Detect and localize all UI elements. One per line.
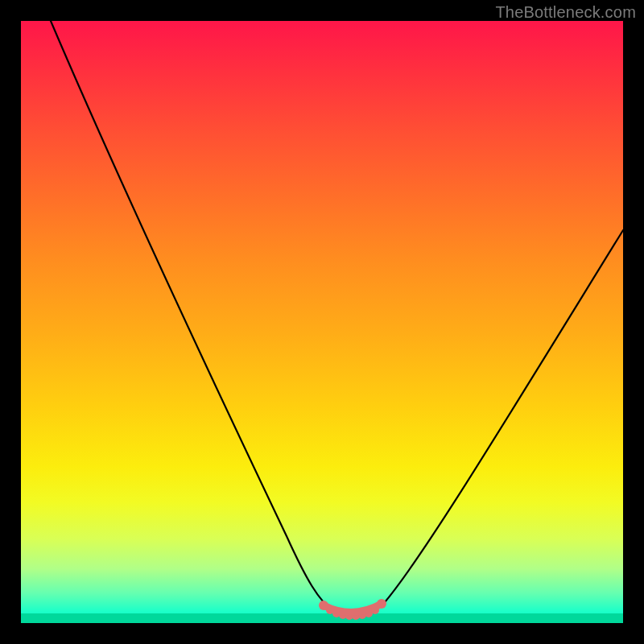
bottleneck-curve [51, 21, 623, 615]
watermark-text: TheBottleneck.com [495, 3, 636, 22]
chart-frame: TheBottleneck.com [0, 0, 644, 644]
plot-area [21, 21, 623, 623]
optimum-marker [319, 599, 386, 620]
curve-layer [21, 21, 623, 623]
